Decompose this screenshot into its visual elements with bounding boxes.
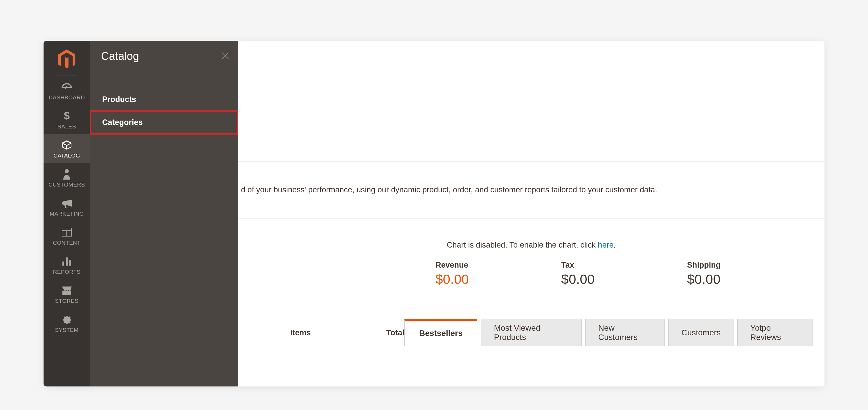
description-text: d of your business' performance, using o…	[241, 185, 657, 195]
flyout-item-products[interactable]: Products	[101, 89, 229, 110]
magento-logo[interactable]	[43, 41, 90, 76]
sidebar-item-system[interactable]: SYSTEM	[43, 308, 90, 338]
sidebar-item-label: DASHBOARD	[49, 94, 85, 101]
metric-revenue: Revenue $0.00	[435, 261, 561, 287]
metric-label: Shipping	[687, 261, 813, 270]
metric-value: $0.00	[687, 271, 813, 287]
person-icon	[63, 169, 71, 179]
box-icon	[62, 140, 72, 150]
tabs: Bestsellers Most Viewed Products New Cus…	[404, 319, 813, 346]
chart-notice-prefix: Chart is disabled. To enable the chart, …	[447, 241, 598, 249]
tab-most-viewed-products[interactable]: Most Viewed Products	[481, 319, 582, 346]
barchart-icon	[62, 256, 72, 266]
sidebar-item-sales[interactable]: $ SALES	[43, 105, 90, 134]
description-row: d of your business' performance, using o…	[238, 162, 825, 218]
svg-point-1	[65, 169, 69, 173]
svg-rect-5	[62, 262, 64, 266]
sidebar-item-label: SYSTEM	[55, 327, 79, 333]
sidebar-item-label: SALES	[58, 123, 76, 130]
col-total: Total	[386, 328, 405, 338]
sidebar-item-label: REPORTS	[53, 269, 81, 275]
megaphone-icon	[61, 198, 72, 208]
chart-notice: Chart is disabled. To enable the chart, …	[238, 218, 825, 261]
metric-value: $0.00	[561, 271, 687, 287]
metric-label: Tax	[561, 261, 687, 270]
metrics-row: Revenue $0.00 Tax $0.00 Shipping $0.00	[238, 261, 825, 287]
tab-bestsellers[interactable]: Bestsellers	[404, 319, 477, 346]
flyout-item-categories[interactable]: Categories	[90, 110, 238, 135]
tab-customers[interactable]: Customers	[668, 319, 734, 346]
sidebar-item-label: MARKETING	[50, 211, 84, 217]
sidebar-item-reports[interactable]: REPORTS	[43, 250, 90, 279]
tab-yotpo-reviews[interactable]: Yotpo Reviews	[737, 319, 813, 346]
sidebar-item-label: CUSTOMERS	[49, 182, 85, 188]
svg-rect-7	[69, 260, 71, 266]
tabs-section: Items Total Bestsellers Most Viewed Prod…	[238, 319, 825, 346]
top-blank	[238, 41, 825, 118]
gear-icon	[62, 314, 72, 325]
dollar-icon: $	[63, 111, 70, 121]
col-items: Items	[290, 328, 311, 338]
sidebar-item-content[interactable]: CONTENT	[43, 221, 90, 250]
store-icon	[61, 285, 72, 295]
lower-columns: Items Total	[250, 319, 404, 346]
close-icon	[221, 56, 229, 61]
app-window: DASHBOARD $ SALES CATALOG CUSTOMERS MARK…	[43, 41, 825, 386]
sidebar-item-marketing[interactable]: MARKETING	[43, 192, 90, 221]
main-content: d of your business' performance, using o…	[238, 41, 825, 386]
svg-text:$: $	[64, 110, 70, 122]
sidebar-item-customers[interactable]: CUSTOMERS	[43, 163, 90, 192]
sidebar-item-stores[interactable]: STORES	[43, 279, 90, 308]
gauge-icon	[61, 82, 72, 92]
sidebar-item-label: STORES	[55, 298, 79, 304]
metric-value: $0.00	[435, 271, 561, 287]
svg-rect-6	[66, 258, 68, 266]
banner-band	[238, 118, 825, 162]
metric-tax: Tax $0.00	[561, 261, 687, 287]
flyout-title: Catalog	[101, 50, 139, 62]
enable-chart-link[interactable]: here	[598, 241, 613, 249]
close-flyout-button[interactable]	[221, 52, 229, 61]
sidebar-item-dashboard[interactable]: DASHBOARD	[43, 76, 90, 105]
sidebar-item-catalog[interactable]: CATALOG	[43, 134, 90, 163]
catalog-flyout-panel: Catalog Products Categories	[90, 41, 238, 386]
metric-shipping: Shipping $0.00	[687, 261, 813, 287]
metrics-spacer	[250, 261, 435, 287]
icon-sidebar: DASHBOARD $ SALES CATALOG CUSTOMERS MARK…	[43, 41, 90, 386]
tab-new-customers[interactable]: New Customers	[585, 319, 665, 346]
sidebar-item-label: CONTENT	[53, 240, 81, 246]
metric-label: Revenue	[435, 261, 561, 270]
sidebar-item-label: CATALOG	[54, 152, 80, 159]
layout-icon	[62, 227, 72, 237]
chart-notice-suffix: .	[613, 241, 616, 249]
